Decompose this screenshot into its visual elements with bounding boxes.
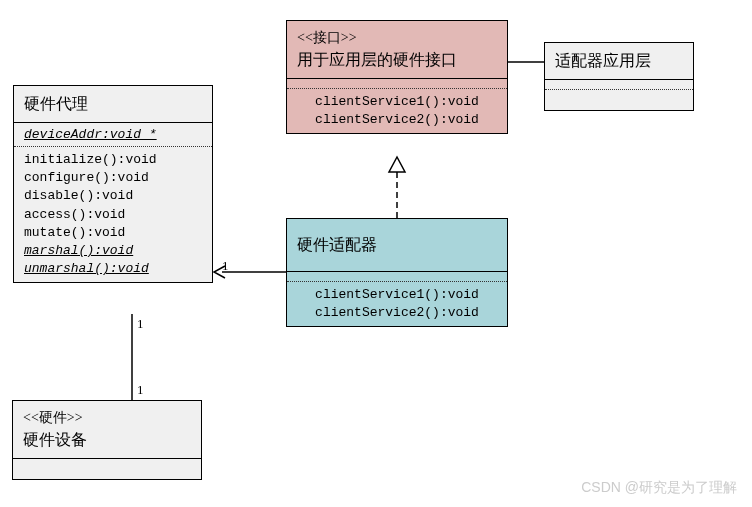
class-operations-empty [545,90,693,110]
op-mutate: mutate():void [24,224,202,242]
op-client-service-2: clientService2():void [297,111,497,129]
class-operations: clientService1():void clientService2():v… [287,89,507,133]
class-hardware-device: <<硬件>> 硬件设备 [12,400,202,480]
stereotype: <<接口>> [297,27,497,48]
title-text: 硬件设备 [23,428,191,452]
op-disable: disable():void [24,187,202,205]
class-title: 硬件适配器 [287,219,507,272]
class-operations: clientService1():void clientService2():v… [287,282,507,326]
op-access: access():void [24,206,202,224]
multiplicity-proxy-device-top: 1 [137,316,144,332]
watermark: CSDN @研究是为了理解 [581,479,737,497]
op-client-service-1: clientService1():void [297,286,497,304]
class-title: <<硬件>> 硬件设备 [13,401,201,459]
class-title: <<接口>> 用于应用层的硬件接口 [287,21,507,79]
op-initialize: initialize():void [24,151,202,169]
class-hardware-interface: <<接口>> 用于应用层的硬件接口 clientService1():void … [286,20,508,134]
class-adapter-app-layer: 适配器应用层 [544,42,694,111]
class-attributes: deviceAddr:void * [14,123,212,147]
class-operations: initialize():void configure():void disab… [14,147,212,282]
svg-marker-2 [389,157,405,172]
op-unmarshal: unmarshal():void [24,260,202,278]
class-attributes-empty [545,80,693,90]
class-hardware-adapter: 硬件适配器 clientService1():void clientServic… [286,218,508,327]
op-configure: configure():void [24,169,202,187]
multiplicity-proxy-device-bottom: 1 [137,382,144,398]
class-attributes-empty [287,272,507,282]
class-hardware-proxy: 硬件代理 deviceAddr:void * initialize():void… [13,85,213,283]
stereotype: <<硬件>> [23,407,191,428]
title-text: 用于应用层的硬件接口 [297,48,497,72]
class-body-empty [13,459,201,479]
op-marshal: marshal():void [24,242,202,260]
op-client-service-2: clientService2():void [297,304,497,322]
op-client-service-1: clientService1():void [297,93,497,111]
class-title: 硬件代理 [14,86,212,123]
multiplicity-adapter-proxy: 1 [222,258,229,274]
class-title: 适配器应用层 [545,43,693,80]
attr-device-addr: deviceAddr:void * [24,127,202,142]
class-attributes-empty [287,79,507,89]
